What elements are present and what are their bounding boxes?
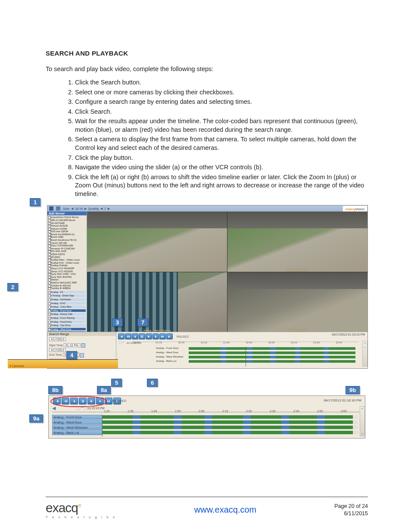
callout-5: 5 <box>111 379 122 387</box>
callout-3: 3 <box>112 318 123 327</box>
camera-tile[interactable]: Analog - Back Lot <box>227 272 367 333</box>
camera-tree-item[interactable]: IPX.DDK 1500 <box>48 250 86 253</box>
cam-label: Analog - West Door <box>286 269 308 271</box>
timeline-row[interactable]: Analog - West Door <box>185 351 362 355</box>
timeline-row[interactable]: Analog - Back Lot <box>52 430 358 435</box>
timeline-row[interactable]: Analog - Back Lot <box>185 360 362 364</box>
zoom-out-button[interactable]: − <box>363 345 367 350</box>
camera-tree-item[interactable]: Sanyo VCC-HD4000P <box>48 267 86 270</box>
rewind-button[interactable] <box>125 333 131 339</box>
pause-button[interactable] <box>139 333 145 339</box>
timeline-row[interactable]: Analog - West Door <box>52 420 358 425</box>
shift-left-button[interactable]: ◀ <box>52 405 56 411</box>
sidebar-header[interactable]: Add Server <box>47 212 87 215</box>
search-panel: Search Range 4/17/2013 Start Time 01:10 … <box>47 332 116 368</box>
camera-tree-item[interactable]: Sony SNC-CS50 - VGA <box>48 273 86 276</box>
camera-tree-item[interactable]: Bosch AutoDome HD hd <box>48 239 86 242</box>
camera-tree-item[interactable]: Stardot <box>48 278 86 281</box>
camera-tree-item[interactable]: Analog - DVD <box>48 302 86 305</box>
camera-tree-item[interactable]: Scallop Main - (Video Loss) <box>48 258 86 261</box>
timeline-slider[interactable]: ⬚⁺ 01:15:03 PM 1:301:452:002:152:302:453… <box>116 341 367 347</box>
skip-back-button[interactable] <box>53 398 61 404</box>
camera-tree-item[interactable]: IPC2002 <box>48 256 86 259</box>
camera-tree-item[interactable]: Bosch 1080 <box>48 236 86 239</box>
timeline-row[interactable]: Analog - Front Door <box>52 415 358 420</box>
zoom-scrollbar[interactable]: + − <box>360 406 365 436</box>
camera-tree-item[interactable]: Toshiba IK-WB80A <box>48 287 86 290</box>
ss1-toolbar[interactable]: Size ◄ 10 % ► Quality ◄ 7 ► <box>47 205 367 212</box>
play-button[interactable] <box>146 333 152 339</box>
timeline-row[interactable]: Analog - West Windows <box>52 425 358 430</box>
footer-date: 6/11/2015 <box>334 510 368 517</box>
step-fwd-button[interactable] <box>153 333 159 339</box>
step-item: Click Search. <box>75 108 368 116</box>
camera-tree[interactable]: Add Server exacqVision Hybrid Server180-… <box>47 212 87 332</box>
step-back-button[interactable] <box>132 333 138 339</box>
step-fwd-button[interactable] <box>96 398 104 404</box>
camera-tile[interactable]: Analog - Front Door <box>87 212 227 272</box>
camera-tree-item[interactable]: Analog - Dock Entry <box>48 320 86 324</box>
calendar-icon[interactable] <box>80 353 84 358</box>
search-date-field[interactable]: 4/17/2013 <box>49 337 66 341</box>
step-item: Click the left (a) or right (b) arrows t… <box>75 173 368 199</box>
timeline-results-detail[interactable]: Analog - Front DoorAnalog - West DoorAna… <box>52 415 358 436</box>
camera-tree-item[interactable]: IQEye IQD31 <box>48 253 86 256</box>
camera-tree-item[interactable]: Immervix IP-CAM1264 <box>48 247 86 250</box>
step-item: Click the Search button. <box>75 78 368 87</box>
camera-tree-item[interactable]: 180-x2 CEIL830 Mount <box>48 219 86 222</box>
rewind-button[interactable] <box>62 398 69 404</box>
timeline-slider-detail[interactable]: ◀ ⬚+ ⬚− 01:15:10 PM 1:251:301:451:552:05… <box>52 405 360 413</box>
camera-tree-item[interactable]: Analog - F2 <box>48 291 86 294</box>
camera-tree-item[interactable]: exacqVision Hybrid Server <box>48 216 86 219</box>
forward-button[interactable] <box>159 333 166 339</box>
forward-button[interactable] <box>105 398 112 404</box>
timeline-row[interactable]: Analog - West Windows <box>185 355 362 359</box>
camera-tree-item[interactable]: Scallop Fishbite <box>48 264 86 267</box>
live-icon[interactable] <box>49 206 53 211</box>
footer-page: Page 20 of 24 <box>334 503 368 510</box>
camera-tree-item[interactable]: Sanyo VCC-HD2500 <box>48 270 86 273</box>
camera-tree-item[interactable]: Analog - West Door <box>48 328 86 331</box>
camera-tree-item[interactable]: StarDot NetCam5C 5MP <box>48 281 86 284</box>
camera-tree-item[interactable]: Analog - Ops Entry <box>48 324 86 327</box>
camera-tree-item[interactable]: Scallop Fish - (Video Loss) <box>48 261 86 264</box>
camera-tree-item[interactable]: Analog - Northwest <box>48 298 86 301</box>
skip-fwd-button[interactable] <box>166 333 173 339</box>
camera-tree-item[interactable]: Analog - Front Parking <box>48 317 86 320</box>
camera-tree-item[interactable]: Sony SNC-RX570N <box>48 276 86 279</box>
camera-tree-item[interactable]: Arecont AV3135 <box>48 224 86 227</box>
camera-tree-item[interactable]: Analog - Color Bars <box>48 305 86 308</box>
camera-tile[interactable]: Analog - West Door <box>227 212 367 272</box>
camera-tree-item[interactable]: Ganz.TCP4009142M <box>48 244 86 247</box>
camera-tree-item[interactable]: Bosch live 8000IVA (1) <box>48 233 86 236</box>
camera-tree-item[interactable]: Toshiba IK-WD12A <box>48 284 86 287</box>
camera-tree-item[interactable]: AXS axis Q6034 <box>48 230 86 233</box>
camera-tree-item[interactable]: V.Analog - Street Sign <box>48 294 86 297</box>
start-time-field[interactable]: 01:10 PM <box>64 343 80 347</box>
zoom-out-button[interactable]: − <box>360 432 364 436</box>
calendar-icon[interactable] <box>81 343 85 348</box>
magnifier-icon[interactable]: ⬚⁺ <box>119 341 124 345</box>
zoom-in-button[interactable]: + <box>363 341 367 345</box>
search-icon[interactable] <box>56 206 60 211</box>
slider-time: 01:15:10 PM <box>87 407 105 410</box>
timeline-results[interactable]: Analog - Front DoorAnalog - West DoorAna… <box>185 347 362 367</box>
camera-tree-item[interactable]: Analog - Front Door <box>48 309 86 312</box>
timeline-row[interactable]: Analog - Front Door <box>185 347 362 351</box>
camera-tree-item[interactable]: AD ADT3490 <box>48 222 86 225</box>
screenshot-main: Size ◄ 10 % ► Quality ◄ 7 ► exacqVision … <box>47 205 368 369</box>
camera-tree-item[interactable]: Arecont 2105M <box>48 227 86 230</box>
zoom-scrollbar[interactable]: + − <box>362 341 367 367</box>
camera-tree-item[interactable]: Analog - Exacq Cafe <box>48 313 86 316</box>
step-item: Select one or more cameras by clicking t… <box>75 88 368 97</box>
callout-4: 4 <box>66 351 77 359</box>
zoom-in-button[interactable]: + <box>360 407 364 411</box>
play-button[interactable] <box>87 398 95 404</box>
camera-tree-item[interactable]: Canon VB-C60 <box>48 242 86 245</box>
camera-tile[interactable]: Analog - West Windows <box>87 272 227 333</box>
footer-url[interactable]: www.exacq.com <box>194 505 257 515</box>
search-date-field-2[interactable]: 4/17/2013 <box>49 348 66 352</box>
skip-back-button[interactable] <box>118 333 125 339</box>
pause-button[interactable] <box>79 398 87 404</box>
step-back-button[interactable] <box>70 398 78 404</box>
